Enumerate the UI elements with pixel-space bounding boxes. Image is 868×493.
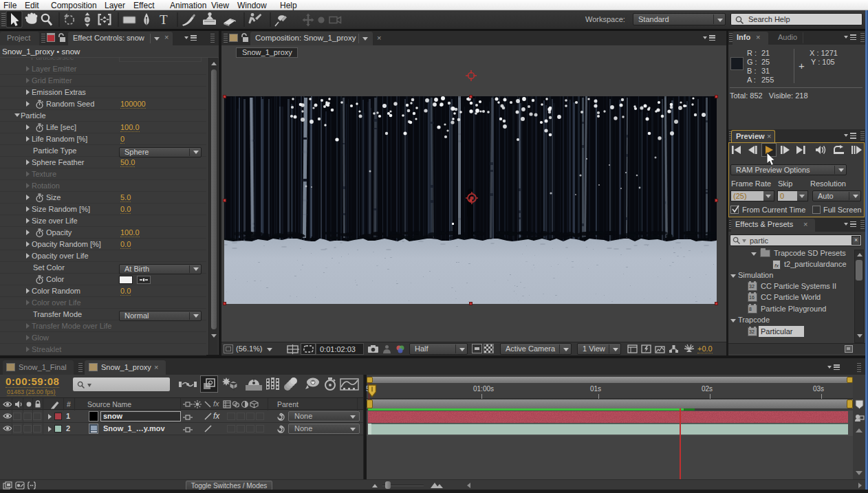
svg-text:T: T xyxy=(160,12,168,27)
